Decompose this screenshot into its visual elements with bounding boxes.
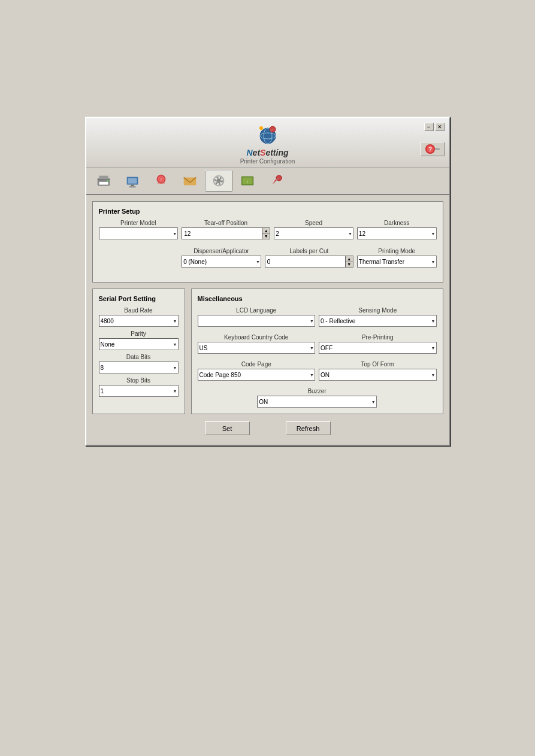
speed-select[interactable]: 2 34 — [274, 227, 353, 239]
tab-settings[interactable] — [205, 170, 232, 192]
tab-alerts[interactable]: ! — [147, 170, 175, 192]
tearoff-down-btn[interactable]: ▼ — [262, 234, 270, 239]
close-button[interactable]: ✕ — [435, 123, 445, 131]
tab-printer[interactable] — [90, 170, 117, 192]
printer-model-group: Printer Model — [99, 220, 179, 239]
misc-row2: Keyboard Country Code USUKDEFR Pre-Print… — [198, 334, 437, 357]
printer-model-select[interactable] — [99, 227, 179, 239]
code-page-wrapper: Code Page 850Code Page 437UTF-8 — [198, 369, 316, 381]
printer-setup-row2: Dispenser/Applicator 0 (None) Labels per… — [99, 248, 437, 271]
tearoff-input[interactable] — [182, 227, 262, 239]
darkness-label: Darkness — [357, 220, 437, 226]
tab-network[interactable] — [119, 170, 146, 192]
darkness-select[interactable]: 12 — [357, 227, 437, 239]
printing-mode-select[interactable]: Thermal Transfer Direct Thermal — [357, 256, 437, 268]
sensing-mode-select[interactable]: 0 - Reflective1 - Gap/Mark2 - Continuous — [319, 315, 437, 327]
buzzer-group: Buzzer ONOFF — [257, 388, 377, 408]
speed-group: Speed 2 34 — [274, 220, 353, 239]
printer-model-label: Printer Model — [99, 220, 179, 226]
buzzer-select[interactable]: ONOFF — [257, 396, 377, 408]
parity-group: Parity NoneEvenOdd — [99, 330, 179, 350]
svg-point-24 — [216, 178, 220, 183]
darkness-group: Darkness 12 — [357, 220, 437, 239]
dispenser-select[interactable]: 0 (None) — [182, 256, 261, 268]
miscellaneous-section: Miscellaneous LCD Language EnglishFrench… — [191, 289, 443, 414]
parity-select[interactable]: NoneEvenOdd — [99, 338, 179, 350]
svg-text:↑: ↑ — [246, 179, 249, 184]
baud-rate-group: Baud Rate 120024004800 96001920038400 57… — [99, 307, 179, 327]
svg-rect-16 — [128, 178, 137, 183]
minimize-button[interactable]: − — [424, 123, 434, 131]
top-of-form-select[interactable]: ONOFF — [319, 369, 437, 381]
svg-point-30 — [276, 175, 282, 181]
content-area: Printer Setup Printer Model Tear-off Pos… — [86, 195, 449, 445]
tab-tools[interactable] — [262, 170, 290, 192]
keyboard-country-wrapper: USUKDEFR — [198, 342, 316, 354]
refresh-button[interactable]: Refresh — [286, 421, 331, 435]
baud-rate-select[interactable]: 120024004800 96001920038400 57600115200 — [99, 315, 179, 327]
svg-rect-12 — [99, 182, 108, 185]
printing-mode-group: Printing Mode Thermal Transfer Direct Th… — [357, 248, 437, 268]
title-bar: − ✕ NetSetting Printer Configuration — [86, 118, 449, 168]
parity-label: Parity — [99, 330, 179, 337]
miscellaneous-title: Miscellaneous — [198, 295, 437, 302]
labels-up-btn[interactable]: ▲ — [346, 256, 353, 262]
lcd-language-wrapper: EnglishFrenchGerman — [198, 315, 316, 327]
labels-per-cut-group: Labels per Cut ▲ ▼ — [265, 248, 353, 268]
serial-port-section: Serial Port Setting Baud Rate 1200240048… — [92, 289, 185, 414]
labels-input[interactable] — [265, 256, 345, 268]
tab-email[interactable] — [176, 170, 204, 192]
sensing-mode-label: Sensing Mode — [319, 307, 437, 314]
data-bits-select[interactable]: 78 — [99, 362, 179, 374]
svg-rect-9 — [435, 148, 440, 150]
data-bits-label: Data Bits — [99, 354, 179, 360]
baud-rate-label: Baud Rate — [99, 307, 179, 314]
tearoff-up-btn[interactable]: ▲ — [262, 228, 270, 234]
svg-point-14 — [107, 180, 108, 182]
baud-rate-wrapper: 120024004800 96001920038400 57600115200 — [99, 315, 179, 327]
svg-point-5 — [259, 126, 263, 130]
tearoff-position-label: Tear-off Position — [182, 220, 270, 226]
keyboard-country-select[interactable]: USUKDEFR — [198, 342, 316, 354]
data-bits-group: Data Bits 78 — [99, 354, 179, 374]
top-of-form-label: Top Of Form — [319, 361, 437, 368]
app-icon — [256, 123, 280, 147]
stop-bits-group: Stop Bits 12 — [99, 377, 179, 397]
svg-text:?: ? — [428, 146, 431, 153]
printer-setup-title: Printer Setup — [99, 208, 437, 215]
stop-bits-select[interactable]: 12 — [99, 385, 179, 397]
buzzer-wrapper: ONOFF — [257, 396, 377, 408]
darkness-wrapper: 12 — [357, 227, 437, 239]
serial-port-title: Serial Port Setting — [99, 295, 179, 302]
labels-spinbox: ▲ ▼ — [265, 256, 353, 268]
sensing-mode-group: Sensing Mode 0 - Reflective1 - Gap/Mark2… — [319, 307, 437, 327]
tearoff-spinbox-btns: ▲ ▼ — [262, 227, 270, 239]
help-button[interactable]: ? — [421, 142, 445, 156]
sensing-mode-wrapper: 0 - Reflective1 - Gap/Mark2 - Continuous — [319, 315, 437, 327]
labels-down-btn[interactable]: ▼ — [346, 262, 353, 268]
main-window: − ✕ NetSetting Printer Configuration — [85, 117, 451, 446]
set-button[interactable]: Set — [205, 421, 250, 435]
button-row: Set Refresh — [92, 414, 443, 439]
misc-row1: LCD Language EnglishFrenchGerman Sensing… — [198, 307, 437, 330]
title-bar-controls: − ✕ — [424, 123, 445, 131]
data-bits-wrapper: 78 — [99, 362, 179, 374]
code-page-select[interactable]: Code Page 850Code Page 437UTF-8 — [198, 369, 316, 381]
tearoff-position-group: Tear-off Position ▲ ▼ — [182, 220, 270, 239]
app-title: NetSetting — [246, 148, 288, 157]
keyboard-country-group: Keyboard Country Code USUKDEFR — [198, 334, 316, 354]
printing-mode-wrapper: Thermal Transfer Direct Thermal — [357, 256, 437, 268]
lcd-language-select[interactable]: EnglishFrenchGerman — [198, 315, 316, 327]
printer-setup-row1: Printer Model Tear-off Position ▲ ▼ — [99, 220, 437, 243]
printer-setup-section: Printer Setup Printer Model Tear-off Pos… — [92, 201, 443, 283]
svg-rect-17 — [131, 185, 134, 187]
tab-update[interactable]: ↑ — [234, 170, 261, 192]
misc-row3: Code Page Code Page 850Code Page 437UTF-… — [198, 361, 437, 384]
app-subtitle: Printer Configuration — [240, 158, 295, 165]
buzzer-label: Buzzer — [257, 388, 377, 394]
top-of-form-group: Top Of Form ONOFF — [319, 361, 437, 381]
dispenser-wrapper: 0 (None) — [182, 256, 261, 268]
dispenser-group: Dispenser/Applicator 0 (None) — [182, 248, 261, 268]
pre-printing-select[interactable]: OFFON — [319, 342, 437, 354]
stop-bits-wrapper: 12 — [99, 385, 179, 397]
